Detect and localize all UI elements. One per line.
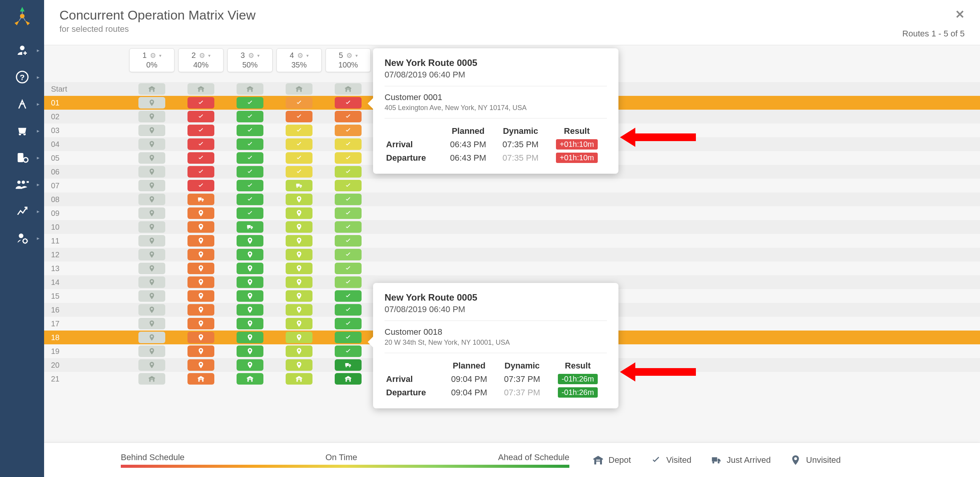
status-pill-pin[interactable] — [237, 332, 263, 343]
status-pill-depot[interactable] — [237, 373, 263, 385]
status-pill-pin[interactable] — [286, 249, 312, 260]
status-pill-pin[interactable] — [138, 166, 165, 178]
status-pill-pin[interactable] — [187, 249, 214, 260]
status-pill-check[interactable] — [335, 166, 362, 178]
status-pill-check[interactable] — [187, 111, 214, 122]
status-pill-pin[interactable] — [237, 276, 263, 288]
status-pill-pin[interactable] — [138, 194, 165, 205]
status-pill-pin[interactable] — [138, 152, 165, 164]
status-pill-pin[interactable] — [138, 318, 165, 329]
status-pill-pin[interactable] — [187, 290, 214, 302]
status-pill-pin[interactable] — [286, 359, 312, 371]
status-pill-pin[interactable] — [187, 332, 214, 343]
chevron-down-icon[interactable]: ▾ — [208, 53, 210, 58]
sidebar-item-orders[interactable]: ▸ — [0, 117, 44, 144]
sidebar-item-routes[interactable]: ▸ — [0, 90, 44, 117]
status-pill-check[interactable] — [335, 180, 362, 191]
status-pill-pin[interactable] — [286, 332, 312, 343]
status-pill-depot[interactable] — [286, 83, 312, 95]
gear-icon[interactable]: ⚙ — [346, 51, 352, 60]
status-pill-check[interactable] — [187, 166, 214, 178]
gear-icon[interactable]: ⚙ — [248, 51, 254, 60]
chevron-down-icon[interactable]: ▾ — [306, 53, 309, 58]
status-pill-pin[interactable] — [138, 345, 165, 357]
status-pill-depot[interactable] — [335, 373, 362, 385]
status-pill-pin[interactable] — [237, 318, 263, 329]
status-pill-pin[interactable] — [187, 221, 214, 233]
status-pill-truck[interactable] — [335, 359, 362, 371]
status-pill-check[interactable] — [335, 318, 362, 329]
status-pill-check[interactable] — [237, 166, 263, 178]
status-pill-truck[interactable] — [286, 180, 312, 191]
status-pill-check[interactable] — [335, 194, 362, 205]
gear-icon[interactable]: ⚙ — [297, 51, 303, 60]
status-pill-pin[interactable] — [237, 235, 263, 247]
close-icon[interactable]: ✕ — [902, 8, 965, 21]
status-pill-check[interactable] — [237, 138, 263, 150]
status-pill-check[interactable] — [187, 97, 214, 109]
status-pill-depot[interactable] — [237, 83, 263, 95]
status-pill-pin[interactable] — [138, 359, 165, 371]
status-pill-pin[interactable] — [138, 332, 165, 343]
status-pill-pin[interactable] — [138, 235, 165, 247]
status-pill-check[interactable] — [335, 125, 362, 136]
status-pill-pin[interactable] — [138, 221, 165, 233]
status-pill-check[interactable] — [237, 180, 263, 191]
status-pill-check[interactable] — [237, 207, 263, 219]
status-pill-depot[interactable] — [138, 373, 165, 385]
status-pill-check[interactable] — [335, 249, 362, 260]
chevron-down-icon[interactable]: ▾ — [257, 53, 260, 58]
status-pill-check[interactable] — [335, 207, 362, 219]
status-pill-check[interactable] — [286, 97, 312, 109]
status-pill-depot[interactable] — [335, 83, 362, 95]
status-pill-pin[interactable] — [187, 345, 214, 357]
status-pill-check[interactable] — [335, 97, 362, 109]
column-header-5[interactable]: 5⚙▾100% — [326, 48, 371, 72]
status-pill-pin[interactable] — [138, 249, 165, 260]
status-pill-pin[interactable] — [286, 276, 312, 288]
status-pill-check[interactable] — [237, 97, 263, 109]
status-pill-pin[interactable] — [286, 345, 312, 357]
status-pill-pin[interactable] — [187, 304, 214, 316]
status-pill-check[interactable] — [187, 180, 214, 191]
status-pill-check[interactable] — [335, 263, 362, 274]
sidebar-item-settings[interactable]: ▸ — [0, 225, 44, 252]
status-pill-check[interactable] — [237, 111, 263, 122]
status-pill-check[interactable] — [335, 138, 362, 150]
status-pill-check[interactable] — [286, 166, 312, 178]
status-pill-pin[interactable] — [237, 359, 263, 371]
column-header-1[interactable]: 1⚙▾0% — [129, 48, 174, 72]
column-header-4[interactable]: 4⚙▾35% — [276, 48, 322, 72]
status-pill-check[interactable] — [335, 221, 362, 233]
status-pill-check[interactable] — [335, 276, 362, 288]
status-pill-check[interactable] — [335, 152, 362, 164]
status-pill-check[interactable] — [187, 138, 214, 150]
status-pill-pin[interactable] — [187, 359, 214, 371]
status-pill-depot[interactable] — [187, 373, 214, 385]
status-pill-pin[interactable] — [286, 290, 312, 302]
status-pill-depot[interactable] — [286, 373, 312, 385]
status-pill-check[interactable] — [237, 125, 263, 136]
status-pill-check[interactable] — [286, 111, 312, 122]
status-pill-pin[interactable] — [286, 318, 312, 329]
sidebar-item-add-user[interactable]: ▸ — [0, 37, 44, 64]
sidebar-item-addresses[interactable]: ▸ — [0, 144, 44, 171]
status-pill-pin[interactable] — [138, 180, 165, 191]
status-pill-pin[interactable] — [138, 263, 165, 274]
chevron-down-icon[interactable]: ▾ — [355, 53, 358, 58]
status-pill-pin[interactable] — [187, 263, 214, 274]
status-pill-pin[interactable] — [138, 125, 165, 136]
status-pill-pin[interactable] — [237, 263, 263, 274]
status-pill-check[interactable] — [335, 345, 362, 357]
column-header-2[interactable]: 2⚙▾40% — [178, 48, 224, 72]
status-pill-pin[interactable] — [138, 290, 165, 302]
status-pill-pin[interactable] — [187, 276, 214, 288]
status-pill-pin[interactable] — [237, 304, 263, 316]
status-pill-pin[interactable] — [237, 249, 263, 260]
status-pill-pin[interactable] — [286, 221, 312, 233]
status-pill-check[interactable] — [237, 194, 263, 205]
status-pill-check[interactable] — [286, 125, 312, 136]
status-pill-check[interactable] — [335, 111, 362, 122]
chevron-down-icon[interactable]: ▾ — [159, 53, 161, 58]
sidebar-item-analytics[interactable]: ▸ — [0, 198, 44, 225]
